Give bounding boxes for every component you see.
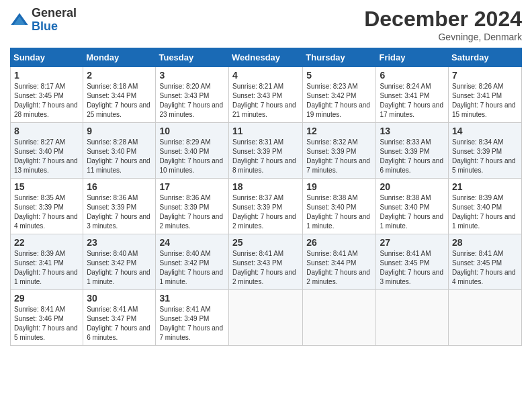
day-info: Sunrise: 8:21 AMSunset: 3:43 PMDaylight:… [232, 82, 299, 120]
day-info: Sunrise: 8:27 AMSunset: 3:40 PMDaylight:… [14, 138, 79, 175]
calendar-cell: 29Sunrise: 8:41 AMSunset: 3:46 PMDayligh… [11, 290, 83, 346]
weekday-header-friday: Friday [376, 48, 449, 67]
calendar-cell: 23Sunrise: 8:40 AMSunset: 3:42 PMDayligh… [83, 234, 156, 290]
day-info: Sunrise: 8:39 AMSunset: 3:40 PMDaylight:… [452, 193, 518, 231]
day-info: Sunrise: 8:32 AMSunset: 3:39 PMDaylight:… [306, 138, 372, 175]
logo: General Blue [10, 7, 77, 34]
day-info: Sunrise: 8:28 AMSunset: 3:40 PMDaylight:… [87, 138, 152, 175]
day-number: 8 [14, 126, 79, 136]
day-number: 1 [14, 70, 79, 81]
day-info: Sunrise: 8:41 AMSunset: 3:45 PMDaylight:… [380, 249, 445, 287]
location: Gevninge, Denmark [364, 32, 522, 42]
day-info: Sunrise: 8:34 AMSunset: 3:39 PMDaylight:… [452, 138, 518, 175]
day-number: 28 [452, 237, 518, 248]
calendar-cell [303, 290, 376, 346]
calendar-cell: 17Sunrise: 8:36 AMSunset: 3:39 PMDayligh… [156, 179, 229, 234]
day-number: 10 [159, 126, 225, 136]
calendar-cell: 24Sunrise: 8:40 AMSunset: 3:42 PMDayligh… [156, 234, 229, 290]
day-info: Sunrise: 8:36 AMSunset: 3:39 PMDaylight:… [87, 193, 152, 231]
calendar-cell: 31Sunrise: 8:41 AMSunset: 3:49 PMDayligh… [156, 290, 229, 346]
page-header: General Blue December 2024 Gevninge, Den… [10, 7, 522, 42]
day-number: 18 [232, 181, 299, 192]
day-info: Sunrise: 8:41 AMSunset: 3:44 PMDaylight:… [306, 249, 372, 287]
calendar-week-row: 1Sunrise: 8:17 AMSunset: 3:45 PMDaylight… [11, 67, 522, 123]
day-number: 31 [159, 293, 225, 304]
calendar-cell: 27Sunrise: 8:41 AMSunset: 3:45 PMDayligh… [376, 234, 449, 290]
day-number: 21 [452, 181, 518, 192]
weekday-header-sunday: Sunday [11, 48, 83, 67]
day-info: Sunrise: 8:18 AMSunset: 3:44 PMDaylight:… [87, 82, 152, 120]
day-number: 30 [87, 293, 152, 304]
day-number: 25 [232, 237, 299, 248]
day-info: Sunrise: 8:38 AMSunset: 3:40 PMDaylight:… [380, 193, 445, 231]
calendar-cell: 12Sunrise: 8:32 AMSunset: 3:39 PMDayligh… [303, 123, 376, 179]
day-number: 11 [232, 126, 299, 136]
weekday-header-wednesday: Wednesday [229, 48, 303, 67]
day-number: 23 [87, 237, 152, 248]
calendar-cell: 6Sunrise: 8:24 AMSunset: 3:41 PMDaylight… [376, 67, 449, 123]
day-info: Sunrise: 8:36 AMSunset: 3:39 PMDaylight:… [159, 193, 225, 231]
calendar-cell: 8Sunrise: 8:27 AMSunset: 3:40 PMDaylight… [11, 123, 83, 179]
title-area: December 2024 Gevninge, Denmark [364, 7, 522, 42]
day-number: 3 [159, 70, 225, 81]
calendar-cell: 19Sunrise: 8:38 AMSunset: 3:40 PMDayligh… [303, 179, 376, 234]
calendar-cell: 3Sunrise: 8:20 AMSunset: 3:43 PMDaylight… [156, 67, 229, 123]
calendar-week-row: 15Sunrise: 8:35 AMSunset: 3:39 PMDayligh… [11, 179, 522, 234]
day-number: 12 [306, 126, 372, 136]
month-title: December 2024 [364, 7, 522, 32]
calendar-cell: 30Sunrise: 8:41 AMSunset: 3:47 PMDayligh… [83, 290, 156, 346]
calendar-cell: 15Sunrise: 8:35 AMSunset: 3:39 PMDayligh… [11, 179, 83, 234]
weekday-header-saturday: Saturday [449, 48, 522, 67]
calendar-cell: 22Sunrise: 8:39 AMSunset: 3:41 PMDayligh… [11, 234, 83, 290]
calendar-cell [229, 290, 303, 346]
calendar-cell: 1Sunrise: 8:17 AMSunset: 3:45 PMDaylight… [11, 67, 83, 123]
calendar-week-row: 22Sunrise: 8:39 AMSunset: 3:41 PMDayligh… [11, 234, 522, 290]
weekday-header-tuesday: Tuesday [156, 48, 229, 67]
weekday-header-monday: Monday [83, 48, 156, 67]
calendar-cell: 10Sunrise: 8:29 AMSunset: 3:40 PMDayligh… [156, 123, 229, 179]
day-info: Sunrise: 8:26 AMSunset: 3:41 PMDaylight:… [452, 82, 518, 120]
calendar-cell: 18Sunrise: 8:37 AMSunset: 3:39 PMDayligh… [229, 179, 303, 234]
day-info: Sunrise: 8:24 AMSunset: 3:41 PMDaylight:… [380, 82, 445, 120]
day-number: 29 [14, 293, 79, 304]
weekday-header-thursday: Thursday [303, 48, 376, 67]
day-info: Sunrise: 8:41 AMSunset: 3:45 PMDaylight:… [452, 249, 518, 287]
logo-general-text: General [32, 7, 77, 20]
calendar-cell: 11Sunrise: 8:31 AMSunset: 3:39 PMDayligh… [229, 123, 303, 179]
day-number: 17 [159, 181, 225, 192]
weekday-header-row: SundayMondayTuesdayWednesdayThursdayFrid… [11, 48, 522, 67]
day-number: 13 [380, 126, 445, 136]
day-number: 22 [14, 237, 79, 248]
calendar-cell: 25Sunrise: 8:41 AMSunset: 3:43 PMDayligh… [229, 234, 303, 290]
day-info: Sunrise: 8:23 AMSunset: 3:42 PMDaylight:… [306, 82, 372, 120]
day-number: 4 [232, 70, 299, 81]
day-number: 16 [87, 181, 152, 192]
day-number: 9 [87, 126, 152, 136]
logo-icon [10, 11, 29, 30]
day-number: 26 [306, 237, 372, 248]
day-info: Sunrise: 8:31 AMSunset: 3:39 PMDaylight:… [232, 138, 299, 175]
day-number: 14 [452, 126, 518, 136]
calendar-body: 1Sunrise: 8:17 AMSunset: 3:45 PMDaylight… [11, 67, 522, 346]
day-info: Sunrise: 8:20 AMSunset: 3:43 PMDaylight:… [159, 82, 225, 120]
day-info: Sunrise: 8:40 AMSunset: 3:42 PMDaylight:… [159, 249, 225, 287]
calendar-cell: 7Sunrise: 8:26 AMSunset: 3:41 PMDaylight… [449, 67, 522, 123]
day-info: Sunrise: 8:39 AMSunset: 3:41 PMDaylight:… [14, 249, 79, 287]
day-number: 7 [452, 70, 518, 81]
day-number: 24 [159, 237, 225, 248]
day-info: Sunrise: 8:37 AMSunset: 3:39 PMDaylight:… [232, 193, 299, 231]
logo-blue-text: Blue [32, 20, 77, 34]
day-info: Sunrise: 8:41 AMSunset: 3:46 PMDaylight:… [14, 305, 79, 342]
calendar-table: SundayMondayTuesdayWednesdayThursdayFrid… [10, 48, 522, 346]
day-number: 15 [14, 181, 79, 192]
calendar-cell: 26Sunrise: 8:41 AMSunset: 3:44 PMDayligh… [303, 234, 376, 290]
day-info: Sunrise: 8:40 AMSunset: 3:42 PMDaylight:… [87, 249, 152, 287]
day-number: 19 [306, 181, 372, 192]
day-info: Sunrise: 8:38 AMSunset: 3:40 PMDaylight:… [306, 193, 372, 231]
calendar-cell: 9Sunrise: 8:28 AMSunset: 3:40 PMDaylight… [83, 123, 156, 179]
calendar-cell [449, 290, 522, 346]
day-info: Sunrise: 8:41 AMSunset: 3:49 PMDaylight:… [159, 305, 225, 342]
day-number: 20 [380, 181, 445, 192]
calendar-cell [376, 290, 449, 346]
day-number: 5 [306, 70, 372, 81]
